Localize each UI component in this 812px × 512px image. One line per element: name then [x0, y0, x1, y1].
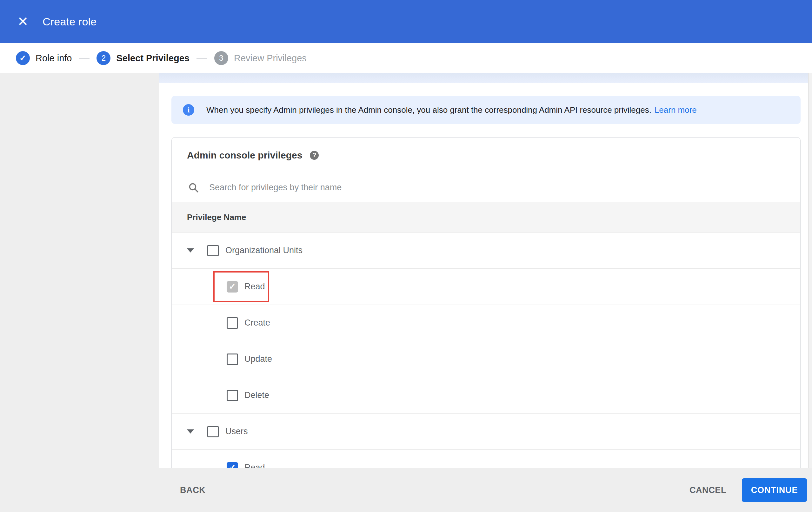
info-banner-text: When you specify Admin privileges in the… [206, 105, 651, 115]
privilege-checkbox-read[interactable]: ✓ [227, 462, 238, 468]
privilege-label: Users [225, 427, 248, 436]
card-title: Admin console privileges [187, 150, 302, 161]
checkmark-icon: ✓ [229, 282, 236, 291]
info-banner: i When you specify Admin privileges in t… [171, 96, 801, 124]
step-check-icon: ✓ [16, 51, 30, 65]
step-number: 2 [96, 51, 111, 65]
scrolled-header-strip [159, 73, 812, 83]
privilege-checkbox-organizational-units[interactable] [207, 245, 219, 256]
step-label: Select Privileges [116, 53, 190, 63]
app-bar: ✕ Create role [0, 0, 812, 43]
table-header-row: Privilege Name [172, 202, 800, 233]
privilege-rows: Organizational Units✓ReadCreateUpdateDel… [172, 233, 800, 468]
privilege-label: Read [244, 463, 265, 468]
page-title: Create role [42, 16, 96, 28]
continue-button[interactable]: CONTINUE [742, 478, 807, 502]
table-row: ✓Read [172, 450, 800, 468]
checkmark-icon: ✓ [229, 463, 236, 468]
privilege-label: Delete [244, 390, 269, 400]
privilege-search-row [172, 173, 800, 202]
footer-bar: BACK CANCEL CONTINUE [0, 468, 812, 512]
help-icon[interactable]: ? [310, 151, 319, 160]
privilege-checkbox-create[interactable] [227, 317, 238, 329]
privilege-checkbox-update[interactable] [227, 353, 238, 365]
step-label: Review Privileges [234, 53, 307, 63]
expand-arrow-icon[interactable] [187, 429, 194, 434]
table-row: Users [172, 413, 800, 450]
step-connector [197, 58, 207, 59]
back-button[interactable]: BACK [180, 485, 205, 495]
card-header: Admin console privileges ? [172, 137, 800, 173]
privilege-label: Update [244, 354, 272, 364]
scrollbar[interactable] [808, 73, 812, 468]
table-row: Organizational Units [172, 233, 800, 269]
table-row: Create [172, 305, 800, 341]
left-gray-panel [0, 73, 159, 468]
privilege-label: Create [244, 318, 270, 328]
step-number: 3 [214, 51, 228, 65]
info-icon: i [183, 104, 194, 116]
privileges-card: Admin console privileges ? Privilege Nam… [171, 137, 801, 468]
expand-arrow-icon[interactable] [187, 248, 194, 252]
step-select-privileges[interactable]: 2Select Privileges [96, 51, 190, 65]
table-row: ✓Read [172, 269, 800, 305]
privilege-label: Read [244, 282, 265, 292]
content-pane: i When you specify Admin privileges in t… [159, 73, 812, 468]
search-input[interactable] [209, 183, 654, 192]
step-connector [79, 58, 89, 59]
table-row: Delete [172, 377, 800, 413]
privilege-checkbox-read: ✓ [227, 281, 238, 293]
privilege-label: Organizational Units [225, 245, 302, 255]
learn-more-link[interactable]: Learn more [655, 105, 697, 115]
step-review-privileges[interactable]: 3Review Privileges [214, 51, 307, 65]
table-row: Update [172, 341, 800, 377]
privilege-checkbox-users[interactable] [207, 426, 219, 437]
stepper: ✓Role info2Select Privileges3Review Priv… [0, 43, 812, 73]
search-icon [188, 182, 199, 193]
main-area: i When you specify Admin privileges in t… [0, 73, 812, 468]
table-header-label: Privilege Name [187, 213, 246, 222]
step-label: Role info [35, 53, 72, 63]
step-role-info[interactable]: ✓Role info [16, 51, 72, 65]
cancel-button[interactable]: CANCEL [690, 485, 726, 495]
privilege-checkbox-delete[interactable] [227, 390, 238, 401]
close-icon[interactable]: ✕ [16, 15, 30, 29]
